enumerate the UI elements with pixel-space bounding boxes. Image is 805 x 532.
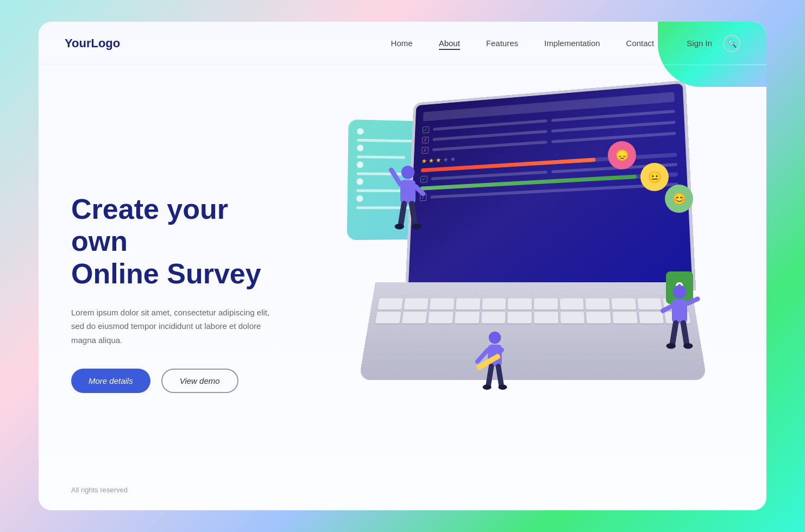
svg-point-0 xyxy=(401,166,415,179)
key-10 xyxy=(611,299,636,310)
svg-point-18 xyxy=(673,285,687,299)
key-6 xyxy=(508,299,532,310)
float-dot-2 xyxy=(357,145,363,151)
float-dot-5 xyxy=(356,195,363,202)
main-content: Create your own Online Survey Lorem ipsu… xyxy=(39,65,766,510)
checkbox-3: ✗ xyxy=(422,147,429,154)
svg-line-23 xyxy=(683,323,687,344)
key-8 xyxy=(559,299,584,310)
happy-emoji: 😊 xyxy=(672,192,686,205)
emoji-happy-bubble: 😊 xyxy=(665,185,693,213)
nav-link-contact[interactable]: Contact xyxy=(626,39,655,48)
svg-line-14 xyxy=(488,366,492,385)
nav-links: Home About Features Implementation Conta… xyxy=(391,39,655,48)
person-1-svg xyxy=(386,163,430,239)
right-panel: ✓ ✗ ✗ xyxy=(299,65,766,510)
float-dot-1 xyxy=(357,128,363,135)
nav-item-implementation[interactable]: Implementation xyxy=(544,39,600,48)
nav-right: Sign In 🔍 xyxy=(687,35,740,52)
float-line-2 xyxy=(357,155,405,159)
svg-line-20 xyxy=(663,306,672,311)
star-4: ★ xyxy=(443,156,449,163)
navbar: YourLogo Home About Features Implementat… xyxy=(39,22,766,65)
key-22 xyxy=(612,312,637,323)
nav-item-home[interactable]: Home xyxy=(391,39,413,48)
key-9 xyxy=(586,299,610,310)
key-7 xyxy=(534,299,558,310)
logo: YourLogo xyxy=(65,36,120,50)
svg-rect-19 xyxy=(672,300,687,324)
key-19 xyxy=(534,312,558,323)
search-icon: 🔍 xyxy=(727,39,737,48)
svg-line-2 xyxy=(391,170,400,184)
emoji-neutral-bubble: 😐 xyxy=(640,163,669,191)
svg-line-21 xyxy=(687,299,697,304)
person-3-svg xyxy=(658,282,701,358)
svg-point-6 xyxy=(395,224,405,230)
neutral-emoji: 😐 xyxy=(648,170,662,183)
sad-emoji: 😞 xyxy=(615,149,629,162)
svg-point-7 xyxy=(412,224,422,230)
svg-line-10 xyxy=(477,350,488,362)
nav-item-features[interactable]: Features xyxy=(486,39,518,48)
float-dot-3 xyxy=(357,161,363,168)
person-2-svg xyxy=(473,326,517,402)
person-2 xyxy=(473,326,517,404)
svg-point-16 xyxy=(483,384,492,390)
key-17 xyxy=(481,312,506,323)
key-20 xyxy=(560,312,584,323)
svg-line-4 xyxy=(401,204,404,225)
key-5 xyxy=(482,299,506,310)
svg-point-17 xyxy=(498,384,507,390)
svg-point-8 xyxy=(489,332,501,344)
key-1 xyxy=(378,299,403,310)
key-15 xyxy=(428,312,453,323)
nav-link-about[interactable]: About xyxy=(439,39,460,50)
keyboard-keys xyxy=(367,292,699,330)
hero-description: Lorem ipsum dolor sit amet, consectetur … xyxy=(71,306,273,347)
svg-rect-1 xyxy=(400,180,416,204)
svg-point-24 xyxy=(666,343,676,349)
footer-copyright: All rights reserved xyxy=(71,486,128,494)
line-4a xyxy=(431,170,548,180)
hero-title-line2: Online Survey xyxy=(71,258,261,289)
nav-item-contact[interactable]: Contact xyxy=(626,39,655,48)
nav-item-about[interactable]: About xyxy=(439,39,460,48)
svg-point-25 xyxy=(683,343,693,349)
hero-title: Create your own Online Survey xyxy=(71,193,273,290)
checkbox-1: ✓ xyxy=(423,126,430,134)
search-button[interactable]: 🔍 xyxy=(723,35,740,52)
laptop-keyboard xyxy=(359,282,707,380)
svg-line-15 xyxy=(498,366,501,385)
hero-title-line1: Create your own xyxy=(71,193,228,257)
main-card: YourLogo Home About Features Implementat… xyxy=(39,22,766,510)
key-14 xyxy=(401,312,427,323)
svg-line-5 xyxy=(412,204,415,225)
line-3a xyxy=(432,141,548,151)
key-16 xyxy=(455,312,480,323)
star-3: ★ xyxy=(436,156,442,164)
cta-buttons: More details View demo xyxy=(71,369,273,393)
nav-link-features[interactable]: Features xyxy=(486,39,518,48)
signin-link[interactable]: Sign In xyxy=(687,39,712,48)
star-5: ★ xyxy=(450,155,456,163)
key-13 xyxy=(375,312,401,323)
float-dot-4 xyxy=(356,178,363,185)
svg-line-3 xyxy=(416,187,423,194)
view-demo-button[interactable]: View demo xyxy=(161,369,238,393)
survey-row-5: ✓ xyxy=(420,181,678,201)
line-3b xyxy=(551,132,676,143)
key-4 xyxy=(456,299,480,310)
svg-line-22 xyxy=(672,323,676,344)
person-3 xyxy=(658,282,701,360)
nav-link-implementation[interactable]: Implementation xyxy=(544,39,600,48)
key-21 xyxy=(586,312,611,323)
key-18 xyxy=(507,312,532,323)
emoji-sad-bubble: 😞 xyxy=(608,141,636,169)
more-details-button[interactable]: More details xyxy=(71,369,150,393)
key-3 xyxy=(430,299,455,310)
laptop-illustration: ✓ ✗ ✗ xyxy=(332,76,723,456)
person-1 xyxy=(386,163,430,241)
nav-link-home[interactable]: Home xyxy=(391,39,413,48)
key-2 xyxy=(404,299,429,310)
